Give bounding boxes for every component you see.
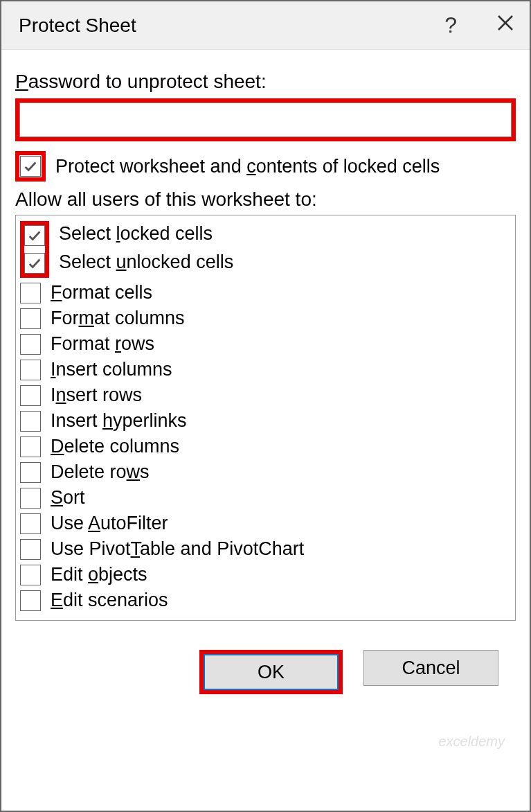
option-label-0: Select locked cells	[59, 223, 233, 245]
option-row: Use PivotTable and PivotChart	[20, 536, 511, 562]
option-checkbox-10[interactable]	[20, 488, 41, 509]
highlight-ok-button: OK	[199, 650, 343, 694]
protect-checkbox[interactable]	[20, 156, 41, 177]
highlight-password	[15, 98, 516, 141]
option-checkbox-9[interactable]	[20, 462, 41, 483]
option-label-5: Insert columns	[51, 359, 172, 380]
option-checkbox-5[interactable]	[20, 360, 41, 380]
option-label-8: Delete columns	[51, 436, 179, 457]
option-label-2: Format cells	[51, 282, 152, 303]
titlebar: Protect Sheet ?	[1, 1, 530, 50]
option-checkbox-0[interactable]	[24, 225, 45, 246]
option-checkbox-4[interactable]	[20, 334, 41, 355]
option-label-7: Insert hyperlinks	[51, 410, 187, 432]
option-row: Edit scenarios	[20, 588, 511, 613]
option-label-14: Edit scenarios	[51, 590, 168, 611]
dialog-title: Protect Sheet	[19, 15, 136, 37]
option-checkbox-8[interactable]	[20, 436, 41, 457]
help-icon[interactable]: ?	[444, 12, 457, 38]
option-checkbox-1[interactable]	[24, 253, 45, 274]
option-row: Delete rows	[20, 459, 511, 485]
password-input[interactable]	[19, 103, 512, 137]
option-row: Format rows	[20, 331, 511, 357]
protect-label: Protect worksheet and contents of locked…	[55, 156, 440, 177]
option-checkbox-12[interactable]	[20, 539, 41, 560]
option-checkbox-7[interactable]	[20, 411, 41, 432]
option-label-13: Edit objects	[51, 564, 147, 585]
option-row: Insert columns	[20, 357, 511, 382]
password-label: Password to unprotect sheet:	[15, 71, 516, 93]
option-label-3: Format columns	[51, 308, 185, 329]
cancel-button[interactable]: Cancel	[363, 650, 498, 686]
close-icon[interactable]	[495, 12, 516, 38]
dialog-content: Password to unprotect sheet: Protect wor…	[1, 50, 530, 708]
option-label-1: Select unlocked cells	[59, 251, 233, 273]
option-row: Format columns	[20, 306, 511, 331]
option-checkbox-11[interactable]	[20, 513, 41, 534]
option-label-10: Sort	[51, 487, 85, 509]
option-checkbox-6[interactable]	[20, 385, 41, 406]
option-label-12: Use PivotTable and PivotChart	[51, 538, 304, 560]
option-row: Insert hyperlinks	[20, 408, 511, 434]
option-label-9: Delete rows	[51, 461, 150, 483]
option-label-6: Insert rows	[51, 385, 142, 406]
button-row: OK Cancel	[15, 636, 516, 694]
titlebar-buttons: ?	[444, 12, 516, 38]
protect-row: Protect worksheet and contents of locked…	[15, 151, 516, 182]
option-row: Delete columns	[20, 434, 511, 459]
watermark: exceldemy	[438, 734, 505, 750]
options-listbox: Select locked cells Select unlocked cell…	[15, 215, 516, 621]
option-row: Sort	[20, 485, 511, 511]
option-label-11: Use AutoFilter	[51, 513, 168, 534]
option-row: Use AutoFilter	[20, 511, 511, 536]
option-checkbox-13[interactable]	[20, 565, 41, 585]
option-row: Insert rows	[20, 382, 511, 408]
option-checkbox-14[interactable]	[20, 590, 41, 611]
option-checkbox-2[interactable]	[20, 283, 41, 303]
allow-label: Allow all users of this worksheet to:	[15, 188, 516, 211]
option-row: Edit objects	[20, 562, 511, 588]
option-label-4: Format rows	[51, 333, 154, 355]
ok-button[interactable]: OK	[204, 654, 339, 690]
option-checkbox-3[interactable]	[20, 308, 41, 329]
highlight-protect-checkbox	[15, 151, 46, 182]
option-row: Format cells	[20, 280, 511, 306]
highlight-first-checkboxes	[20, 221, 49, 278]
